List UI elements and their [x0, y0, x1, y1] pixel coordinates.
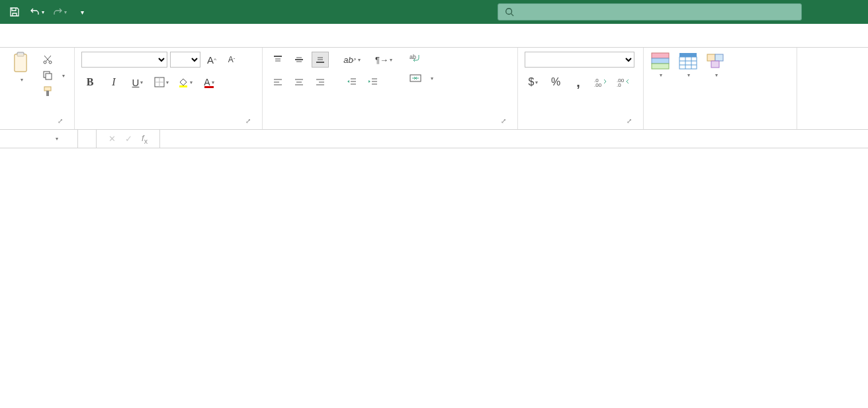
- save-button[interactable]: [7, 4, 22, 20]
- name-box-input[interactable]: [5, 134, 52, 144]
- font-size-select[interactable]: [170, 52, 200, 68]
- quick-access-toolbar: ▾ ▾ ▾: [0, 4, 238, 20]
- accounting-format-button[interactable]: $▾: [525, 74, 542, 90]
- svg-point-5: [44, 61, 46, 64]
- wrap-icon: ab: [410, 53, 421, 64]
- align-center-icon: [294, 77, 304, 87]
- decrease-indent-button[interactable]: [343, 74, 361, 90]
- svg-rect-9: [44, 87, 51, 91]
- increase-font-button[interactable]: A^: [203, 52, 220, 68]
- align-top-icon: [273, 54, 283, 65]
- svg-rect-10: [46, 91, 49, 96]
- svg-rect-56: [715, 54, 723, 61]
- svg-rect-8: [46, 74, 52, 79]
- svg-rect-46: [652, 53, 669, 58]
- cond-format-icon: [650, 52, 670, 70]
- bold-button[interactable]: B: [81, 74, 99, 90]
- group-clipboard: ▾ ▾ ⤢: [0, 48, 75, 129]
- number-dialog-launcher[interactable]: ⤢: [625, 117, 634, 127]
- copy-button[interactable]: ▾: [40, 69, 67, 82]
- formula-bar: ▾ ✕ ✓ fx: [0, 130, 868, 148]
- svg-rect-48: [652, 64, 669, 69]
- group-font: A^ Aˇ B I U▾ ▾ ▾ A▾ ⤢: [75, 48, 263, 129]
- wrap-text-button[interactable]: ab: [407, 52, 436, 65]
- svg-point-6: [49, 61, 52, 64]
- undo-button[interactable]: ▾: [29, 4, 45, 20]
- save-icon: [9, 7, 20, 17]
- redo-icon: [52, 7, 63, 17]
- format-painter-button[interactable]: [40, 85, 67, 98]
- font-dialog-launcher[interactable]: ⤢: [243, 117, 253, 127]
- decrease-font-button[interactable]: Aˇ: [223, 52, 240, 68]
- cancel-formula-button[interactable]: ✕: [108, 134, 116, 144]
- increase-decimal-button[interactable]: .0.00: [592, 74, 609, 90]
- group-styles: ▾ ▾ ▾: [644, 48, 797, 129]
- font-name-select[interactable]: [81, 52, 167, 68]
- align-middle-button[interactable]: [290, 52, 308, 68]
- percent-format-button[interactable]: %: [547, 74, 564, 90]
- enter-formula-button[interactable]: ✓: [125, 134, 132, 144]
- svg-rect-14: [179, 85, 187, 87]
- cut-button[interactable]: [40, 53, 67, 66]
- borders-icon: [154, 77, 165, 87]
- svg-rect-57: [711, 61, 719, 68]
- svg-rect-47: [652, 58, 669, 64]
- svg-text:.00: .00: [594, 82, 602, 87]
- align-middle-icon: [294, 54, 304, 65]
- conditional-formatting-button[interactable]: ▾: [650, 52, 670, 79]
- number-format-select[interactable]: [525, 52, 634, 68]
- svg-point-0: [506, 9, 512, 15]
- ribbon-tabs: [0, 24, 868, 48]
- merge-center-button[interactable]: ▾: [407, 72, 436, 85]
- italic-button[interactable]: I: [105, 74, 122, 90]
- align-bottom-button[interactable]: [312, 52, 329, 68]
- redo-button[interactable]: ▾: [52, 4, 67, 20]
- svg-rect-50: [679, 57, 697, 69]
- copy-icon: [42, 70, 53, 81]
- clipboard-dialog-launcher[interactable]: ⤢: [56, 117, 65, 127]
- cell-styles-icon: [706, 52, 726, 70]
- paintbrush-icon: [42, 86, 53, 97]
- name-box[interactable]: ▾: [0, 130, 78, 148]
- indent-icon: [368, 77, 378, 87]
- align-left-button[interactable]: [269, 74, 286, 90]
- comma-format-button[interactable]: ,: [570, 74, 587, 90]
- search-box[interactable]: [498, 3, 802, 21]
- align-right-button[interactable]: [312, 74, 329, 90]
- align-top-button[interactable]: [269, 52, 286, 68]
- align-left-icon: [273, 77, 283, 87]
- svg-rect-49: [679, 53, 697, 57]
- table-icon: [678, 52, 698, 70]
- svg-line-1: [511, 14, 514, 17]
- font-color-button[interactable]: A▾: [200, 74, 218, 90]
- increase-indent-button[interactable]: [365, 74, 382, 90]
- merge-icon: [410, 73, 421, 83]
- format-as-table-button[interactable]: ▾: [678, 52, 698, 79]
- group-number: $▾ % , .0.00 .00.0 ⤢: [518, 48, 644, 129]
- align-center-button[interactable]: [290, 74, 308, 90]
- svg-rect-15: [204, 86, 214, 88]
- outdent-icon: [347, 77, 357, 87]
- decrease-decimal-button[interactable]: .00.0: [615, 74, 632, 90]
- svg-text:ab: ab: [410, 54, 416, 60]
- svg-rect-55: [707, 54, 715, 61]
- formula-input[interactable]: [160, 130, 868, 148]
- cell-styles-button[interactable]: ▾: [706, 52, 726, 79]
- svg-rect-4: [15, 54, 26, 72]
- paste-button[interactable]: ▾: [7, 52, 36, 83]
- borders-button[interactable]: ▾: [153, 74, 170, 90]
- title-bar: ▾ ▾ ▾: [0, 0, 868, 24]
- orientation-button[interactable]: ab↗▾: [343, 52, 361, 68]
- insert-function-button[interactable]: fx: [142, 133, 148, 145]
- qat-customize-button[interactable]: ▾: [74, 4, 90, 20]
- bucket-icon: [178, 77, 189, 87]
- fill-color-button[interactable]: ▾: [177, 74, 194, 90]
- scissors-icon: [42, 54, 53, 65]
- ltr-button[interactable]: ¶→▾: [375, 52, 392, 68]
- alignment-dialog-launcher[interactable]: ⤢: [499, 117, 508, 127]
- align-right-icon: [315, 77, 326, 87]
- ribbon: ▾ ▾ ⤢: [0, 48, 868, 130]
- underline-button[interactable]: U▾: [129, 74, 146, 90]
- search-icon: [505, 7, 514, 17]
- dec-decimal-icon: .00.0: [617, 77, 630, 87]
